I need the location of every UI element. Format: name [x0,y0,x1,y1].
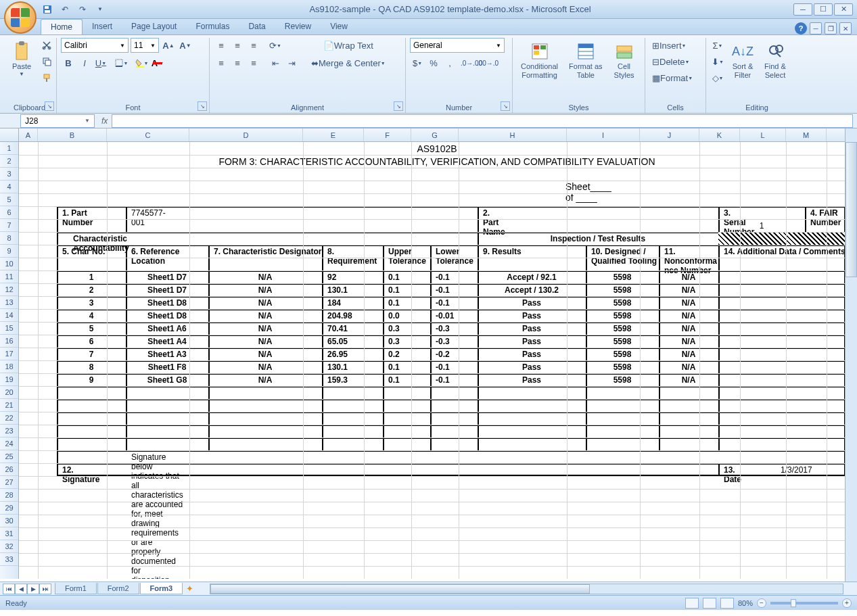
restore-window-button[interactable]: ❐ [825,22,837,34]
row-header[interactable]: 11 [0,270,18,283]
tab-review[interactable]: Review [275,19,321,34]
spreadsheet-grid[interactable]: ABCDEFGHIJKLM 12345678910111213141516171… [0,128,857,582]
column-header[interactable]: A [19,128,38,141]
autosum-button[interactable]: Σ ▼ [710,38,725,53]
row-header[interactable]: 10 [0,258,18,270]
close-button[interactable]: ✕ [834,3,853,16]
sheet-nav-next[interactable]: ▶ [27,584,39,594]
sheet-tab-form2[interactable]: Form2 [97,583,139,594]
row-header[interactable]: 19 [0,373,18,386]
qat-dropdown-icon[interactable]: ▼ [93,3,107,16]
row-header[interactable]: 16 [0,335,18,348]
column-header[interactable]: E [303,128,364,141]
close-workbook-button[interactable]: ✕ [839,22,852,34]
name-box[interactable]: J28▼ [20,114,95,128]
hscroll-thumb[interactable] [210,584,590,594]
sort-filter-button[interactable]: A↓Z Sort & Filter [728,38,758,82]
horizontal-scrollbar[interactable] [210,584,843,594]
row-header[interactable]: 17 [0,348,18,360]
row-header[interactable]: 24 [0,437,18,450]
minimize-ribbon-button[interactable]: ─ [810,22,822,34]
align-right-button[interactable]: ≡ [246,55,261,70]
row-header[interactable]: 31 [0,527,18,540]
row-header[interactable]: 20 [0,386,18,399]
row-header[interactable]: 15 [0,322,18,335]
column-header[interactable]: C [107,128,189,141]
vertical-scrollbar[interactable] [845,128,857,582]
percent-button[interactable]: % [426,55,441,70]
decrease-indent-button[interactable]: ⇤ [268,55,283,70]
row-header[interactable]: 4 [0,181,18,193]
new-sheet-button[interactable]: ✦ [183,584,196,594]
row-header[interactable]: 1 [0,142,18,155]
font-name-combo[interactable]: Calibri▼ [61,38,129,53]
office-button[interactable] [4,1,37,34]
sheet-nav-first[interactable]: ⏮ [3,584,15,594]
delete-cells-button[interactable]: ⊟ Delete ▼ [649,54,693,69]
row-header[interactable]: 14 [0,309,18,322]
clipboard-launcher[interactable]: ↘ [45,101,54,111]
column-header[interactable]: H [459,128,567,141]
accounting-format-button[interactable]: $ ▼ [410,55,425,70]
page-break-view-button[interactable] [720,598,734,609]
row-header[interactable]: 28 [0,489,18,502]
save-icon[interactable] [41,3,54,16]
align-left-button[interactable]: ≡ [214,55,229,70]
column-header[interactable]: I [567,128,640,141]
row-header[interactable]: 3 [0,168,18,181]
sheet-nav-prev[interactable]: ◀ [15,584,27,594]
row-header[interactable]: 9 [0,245,18,258]
decrease-decimal-button[interactable]: .00→.0 [480,55,495,70]
tab-view[interactable]: View [321,19,357,34]
wrap-text-button[interactable]: 📄 Wrap Text [307,38,390,53]
select-all-corner[interactable] [0,128,19,141]
cut-button[interactable] [39,38,54,53]
row-header[interactable]: 33 [0,553,18,566]
underline-button[interactable]: U▼ [93,55,108,70]
row-header[interactable]: 18 [0,360,18,373]
alignment-launcher[interactable]: ↘ [394,101,403,111]
comma-button[interactable]: , [442,55,457,70]
align-center-button[interactable]: ≡ [230,55,245,70]
column-header[interactable]: J [640,128,699,141]
border-button[interactable]: ▼ [114,55,129,70]
row-header[interactable]: 30 [0,515,18,527]
tab-page-layout[interactable]: Page Layout [122,19,186,34]
merge-center-button[interactable]: ⬌ Merge & Center ▼ [307,55,390,70]
orientation-button[interactable]: ⟳▼ [268,38,283,53]
row-header[interactable]: 22 [0,412,18,425]
sheet-nav-last[interactable]: ⏭ [39,584,51,594]
tab-home[interactable]: Home [41,19,83,34]
format-cells-button[interactable]: ▦ Format ▼ [649,70,695,85]
formula-input[interactable] [112,114,853,128]
conditional-formatting-button[interactable]: Conditional Formatting [517,38,562,82]
row-header[interactable]: 13 [0,296,18,309]
clear-button[interactable]: ◇ ▼ [710,70,725,85]
normal-view-button[interactable] [685,598,699,609]
fill-color-button[interactable]: ▼ [134,55,149,70]
fill-button[interactable]: ⬇ ▼ [710,54,725,69]
row-header[interactable]: 12 [0,283,18,296]
row-header[interactable]: 23 [0,425,18,437]
bold-button[interactable]: B [61,55,76,70]
undo-icon[interactable]: ↶ [58,3,72,16]
zoom-in-button[interactable]: + [842,598,852,608]
sheet-tab-form1[interactable]: Form1 [55,583,97,594]
row-header[interactable]: 29 [0,502,18,515]
column-header[interactable]: L [740,128,786,141]
insert-cells-button[interactable]: ⊞ Insert ▼ [649,38,689,53]
column-header[interactable]: B [38,128,107,141]
row-header[interactable]: 8 [0,232,18,245]
row-header[interactable]: 5 [0,193,18,206]
row-header[interactable]: 7 [0,219,18,232]
fx-button[interactable]: fx [101,116,108,126]
decrease-font-button[interactable]: A▼ [178,38,193,53]
column-header[interactable]: K [699,128,740,141]
redo-icon[interactable]: ↷ [76,3,89,16]
row-header[interactable]: 26 [0,463,18,476]
column-header[interactable]: F [364,128,411,141]
tab-formulas[interactable]: Formulas [186,19,239,34]
increase-indent-button[interactable]: ⇥ [284,55,299,70]
row-header[interactable]: 25 [0,450,18,463]
format-painter-button[interactable] [39,70,54,85]
